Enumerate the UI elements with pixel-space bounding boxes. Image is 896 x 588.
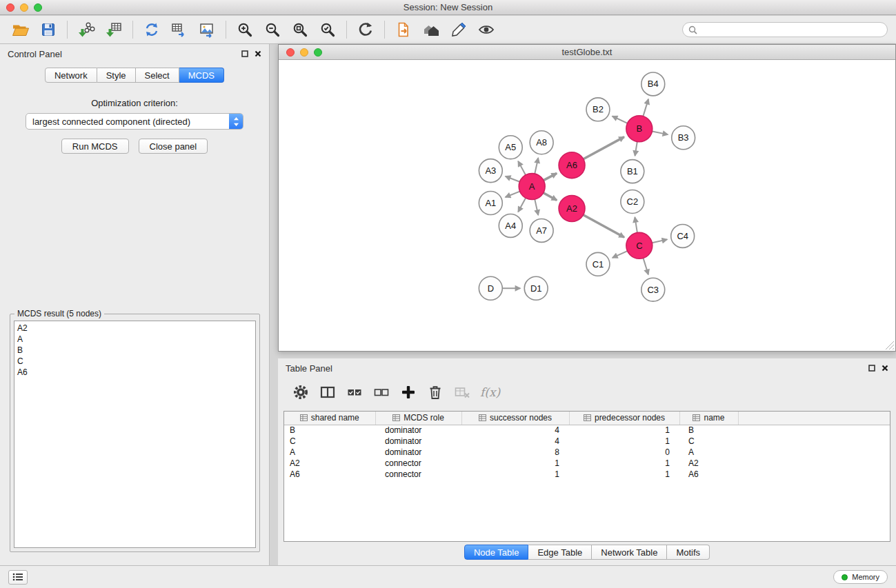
network-zoom-button[interactable]: [314, 48, 322, 57]
save-session-button[interactable]: [34, 18, 62, 41]
tab-style[interactable]: Style: [97, 68, 136, 83]
table-cell[interactable]: B: [679, 425, 738, 436]
table-cell[interactable]: B: [284, 425, 375, 436]
table-cell[interactable]: A: [679, 447, 738, 458]
node-A6[interactable]: A6: [559, 152, 585, 179]
table-cell[interactable]: connector: [375, 469, 461, 480]
edit-style-button[interactable]: [445, 18, 472, 41]
edge-A6-B[interactable]: [584, 137, 624, 159]
edge-A-A6[interactable]: [544, 173, 557, 180]
node-C3[interactable]: C3: [641, 278, 665, 301]
add-row-button[interactable]: [399, 383, 417, 401]
node-C2[interactable]: C2: [621, 190, 644, 214]
table-row-A6[interactable]: A6connector11A6: [284, 469, 890, 480]
table-cell[interactable]: A: [284, 447, 375, 458]
table-row-C[interactable]: Cdominator41C: [284, 436, 890, 447]
task-history-button[interactable]: [8, 570, 28, 585]
table-tab-edge-table[interactable]: Edge Table: [528, 545, 592, 560]
table-cell[interactable]: 1: [461, 458, 569, 469]
network-graph[interactable]: B4B2BB3A8A5A6A3B1AC2A1A2A4A7C4CC1C3DD1: [279, 61, 895, 351]
table-row-A[interactable]: Adominator80A: [284, 447, 890, 458]
run-mcds-button[interactable]: Run MCDS: [61, 139, 129, 154]
node-B3[interactable]: B3: [672, 126, 695, 150]
zoom-out-button[interactable]: [259, 18, 286, 41]
node-B2[interactable]: B2: [586, 98, 610, 121]
import-table-button[interactable]: [100, 18, 128, 41]
mcds-result-item[interactable]: B: [17, 345, 252, 356]
close-panel-button[interactable]: Close panel: [139, 139, 208, 154]
table-cell[interactable]: dominator: [375, 436, 461, 447]
edge-C-C1[interactable]: [613, 251, 628, 258]
zoom-in-button[interactable]: [231, 18, 259, 41]
node-B1[interactable]: B1: [621, 160, 644, 183]
edge-B-B4[interactable]: [643, 99, 648, 116]
column-header-name[interactable]: name: [679, 412, 738, 425]
open-file-button[interactable]: [7, 18, 34, 41]
edge-B-B1[interactable]: [635, 142, 637, 156]
table-settings-button[interactable]: [292, 383, 310, 401]
node-C1[interactable]: C1: [586, 252, 610, 276]
unselect-all-button[interactable]: [372, 383, 390, 401]
tab-mcds[interactable]: MCDS: [179, 68, 224, 83]
open-session-file-button[interactable]: [390, 18, 417, 41]
node-A4[interactable]: A4: [499, 214, 522, 237]
table-cell[interactable]: 0: [569, 447, 679, 458]
mcds-result-item[interactable]: C: [17, 356, 252, 367]
edge-A2-C[interactable]: [584, 215, 624, 238]
table-cell[interactable]: A6: [284, 469, 375, 480]
edge-A-A4[interactable]: [518, 198, 526, 212]
mcds-result-item[interactable]: A2: [17, 323, 252, 334]
close-table-panel-icon[interactable]: [882, 365, 888, 372]
node-A7[interactable]: A7: [530, 219, 553, 242]
node-B[interactable]: B: [626, 116, 653, 142]
table-cell[interactable]: A2: [679, 458, 738, 469]
edge-A-A7[interactable]: [535, 199, 538, 215]
mcds-result-item[interactable]: A: [17, 334, 252, 345]
table-cell[interactable]: 1: [569, 425, 679, 436]
table-tab-motifs[interactable]: Motifs: [667, 545, 710, 560]
node-A5[interactable]: A5: [499, 136, 522, 159]
edge-C-C3[interactable]: [644, 258, 648, 274]
edge-A-A1[interactable]: [506, 192, 520, 197]
window-titlebar[interactable]: Session: New Session: [0, 0, 896, 15]
node-A8[interactable]: A8: [530, 131, 553, 154]
node-A3[interactable]: A3: [479, 159, 502, 183]
export-network-button[interactable]: [138, 18, 166, 41]
network-canvas[interactable]: B4B2BB3A8A5A6A3B1AC2A1A2A4A7C4CC1C3DD1: [279, 61, 895, 351]
tab-select[interactable]: Select: [136, 68, 179, 83]
mcds-result-item[interactable]: A6: [17, 367, 252, 378]
table-cell[interactable]: 4: [461, 436, 569, 447]
criterion-dropdown[interactable]: largest connected component (directed): [26, 113, 243, 130]
export-image-button[interactable]: [193, 18, 221, 41]
table-cell[interactable]: dominator: [375, 425, 461, 436]
search-input[interactable]: [682, 22, 888, 37]
minimize-window-button[interactable]: [20, 3, 28, 12]
table-cell[interactable]: C: [284, 436, 375, 447]
node-A1[interactable]: A1: [479, 192, 502, 215]
zoom-fit-button[interactable]: [286, 18, 314, 41]
node-A2[interactable]: A2: [559, 196, 585, 222]
network-close-button[interactable]: [286, 48, 295, 57]
close-window-button[interactable]: [6, 3, 14, 12]
node-D[interactable]: D: [479, 276, 502, 300]
table-cell[interactable]: A6: [679, 469, 738, 480]
delete-row-button[interactable]: [426, 383, 444, 401]
column-header-shared-name[interactable]: shared name: [284, 412, 375, 425]
edge-A-A3[interactable]: [506, 176, 520, 182]
import-network-button[interactable]: [72, 18, 100, 41]
column-header-predecessor-nodes[interactable]: predecessor nodes: [569, 412, 679, 425]
node-A[interactable]: A: [519, 174, 545, 200]
table-cell[interactable]: 1: [461, 469, 569, 480]
table-cell[interactable]: 8: [461, 447, 569, 458]
float-table-panel-icon[interactable]: [868, 365, 875, 372]
zoom-selected-button[interactable]: [314, 18, 341, 41]
edge-C-C4[interactable]: [652, 239, 667, 243]
table-cell[interactable]: connector: [375, 458, 461, 469]
edge-B-B3[interactable]: [652, 132, 668, 135]
table-cell[interactable]: C: [679, 436, 738, 447]
mcds-result-list[interactable]: A2ABCA6: [14, 321, 256, 548]
column-header-mcds-role[interactable]: MCDS role: [375, 412, 461, 425]
edge-A-A5[interactable]: [518, 161, 526, 175]
node-C4[interactable]: C4: [671, 224, 695, 247]
network-window-titlebar[interactable]: testGlobe.txt: [279, 45, 895, 60]
